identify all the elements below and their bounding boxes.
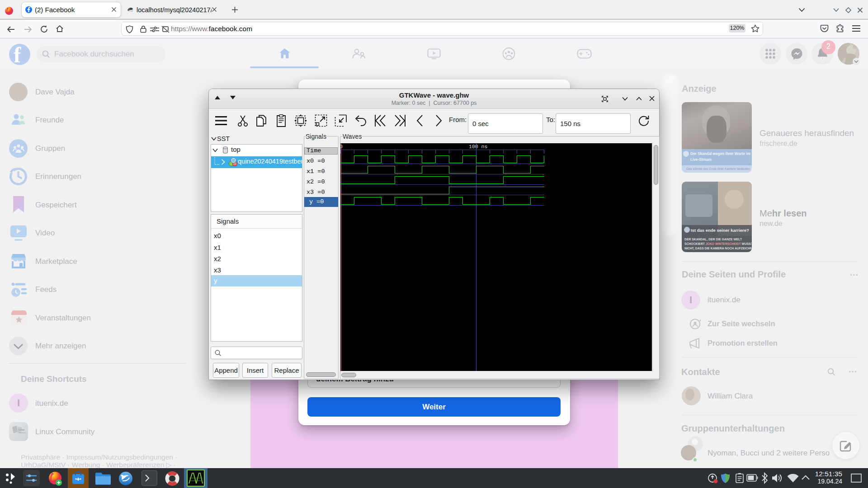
svg-text:Linux: Linux (19, 428, 25, 431)
svg-text:Community: Community (18, 432, 26, 434)
svg-text:100 ns: 100 ns (469, 144, 487, 150)
svg-text:0: 0 (340, 144, 343, 150)
